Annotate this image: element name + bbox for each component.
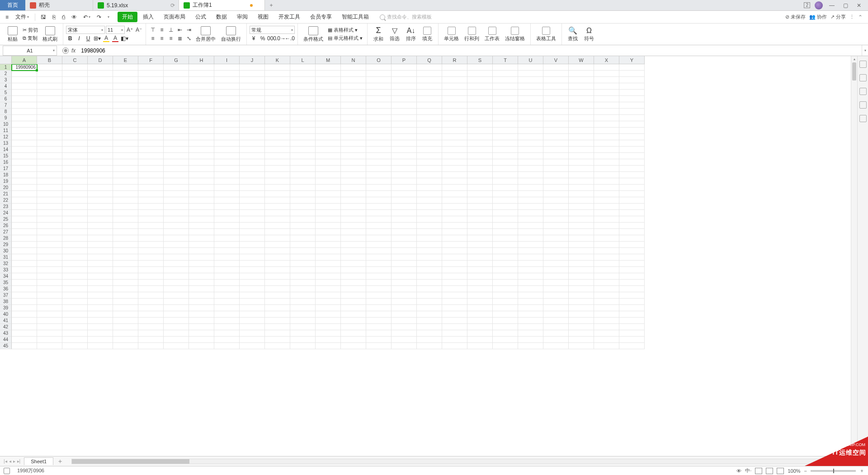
cell[interactable]: [265, 299, 290, 305]
cell[interactable]: [12, 261, 37, 267]
cell[interactable]: [214, 102, 240, 109]
cell[interactable]: [189, 324, 214, 330]
cell[interactable]: [113, 64, 138, 71]
cell[interactable]: [62, 185, 88, 191]
cell[interactable]: [442, 292, 467, 299]
cell[interactable]: [316, 311, 341, 318]
cell[interactable]: [366, 318, 392, 324]
save-as-icon[interactable]: ⎘: [50, 13, 58, 22]
cell[interactable]: [12, 273, 37, 280]
row-header[interactable]: 14: [0, 147, 12, 153]
cell[interactable]: [214, 235, 240, 242]
cell[interactable]: [138, 102, 164, 109]
cell[interactable]: [12, 330, 37, 337]
status-mode-icon[interactable]: [4, 468, 10, 474]
cell[interactable]: [518, 185, 543, 191]
cell[interactable]: [594, 229, 619, 235]
cell[interactable]: [240, 121, 265, 128]
collab-button[interactable]: 👥 协作: [809, 14, 827, 20]
cell[interactable]: [594, 128, 619, 134]
cell[interactable]: [467, 140, 493, 147]
cell[interactable]: [442, 83, 467, 90]
table-tools-button[interactable]: 表格工具: [533, 26, 559, 43]
cell[interactable]: [341, 305, 366, 311]
cell[interactable]: [265, 115, 290, 121]
cell[interactable]: [392, 210, 417, 216]
cell[interactable]: [88, 273, 113, 280]
cell[interactable]: [467, 197, 493, 204]
cell[interactable]: [619, 324, 645, 330]
cell[interactable]: [138, 299, 164, 305]
cell[interactable]: [493, 330, 518, 337]
sheet-add-button[interactable]: ＋: [53, 457, 67, 466]
cell[interactable]: [214, 121, 240, 128]
cell[interactable]: [543, 77, 569, 83]
cell[interactable]: [392, 191, 417, 197]
cell[interactable]: [518, 134, 543, 140]
cell[interactable]: [442, 305, 467, 311]
cell[interactable]: [442, 153, 467, 159]
cell[interactable]: [594, 343, 619, 349]
row-header[interactable]: 39: [0, 305, 12, 311]
cell[interactable]: [518, 153, 543, 159]
cell[interactable]: [138, 83, 164, 90]
cell[interactable]: [37, 280, 62, 286]
cell[interactable]: [290, 280, 316, 286]
cell[interactable]: [12, 248, 37, 254]
cell[interactable]: [316, 292, 341, 299]
cell[interactable]: [290, 223, 316, 229]
cell[interactable]: [467, 90, 493, 96]
cell[interactable]: [88, 90, 113, 96]
cell[interactable]: [569, 311, 594, 318]
cell[interactable]: [543, 254, 569, 261]
cell[interactable]: [113, 261, 138, 267]
cell[interactable]: [12, 77, 37, 83]
row-header[interactable]: 28: [0, 235, 12, 242]
cell[interactable]: [594, 216, 619, 223]
cell[interactable]: [316, 318, 341, 324]
row-header[interactable]: 45: [0, 343, 12, 349]
cell[interactable]: [518, 77, 543, 83]
cell[interactable]: [442, 115, 467, 121]
cell[interactable]: [290, 71, 316, 77]
cell[interactable]: [366, 90, 392, 96]
cell[interactable]: [12, 299, 37, 305]
cell[interactable]: [37, 311, 62, 318]
cell[interactable]: [341, 286, 366, 292]
cell[interactable]: [366, 337, 392, 343]
cell[interactable]: [316, 96, 341, 102]
cell[interactable]: [316, 280, 341, 286]
cell[interactable]: [138, 280, 164, 286]
cell[interactable]: [113, 229, 138, 235]
cell[interactable]: [138, 159, 164, 166]
cell[interactable]: [467, 71, 493, 77]
cell[interactable]: [62, 166, 88, 172]
cell[interactable]: [543, 172, 569, 178]
cell[interactable]: [569, 140, 594, 147]
cell[interactable]: [341, 115, 366, 121]
cell[interactable]: [594, 147, 619, 153]
cell[interactable]: [467, 166, 493, 172]
cell[interactable]: [62, 102, 88, 109]
cell[interactable]: [62, 235, 88, 242]
cell[interactable]: [392, 102, 417, 109]
cell[interactable]: [493, 305, 518, 311]
cell[interactable]: [240, 305, 265, 311]
cell[interactable]: [37, 159, 62, 166]
cell[interactable]: [594, 204, 619, 210]
cell[interactable]: [12, 197, 37, 204]
scroll-up-icon[interactable]: ▴: [851, 56, 857, 62]
cell[interactable]: [189, 147, 214, 153]
cell[interactable]: [113, 191, 138, 197]
cell[interactable]: [316, 83, 341, 90]
cell[interactable]: [467, 216, 493, 223]
cell[interactable]: [138, 292, 164, 299]
cell[interactable]: [467, 210, 493, 216]
cell[interactable]: [442, 267, 467, 273]
cell[interactable]: [493, 178, 518, 185]
cell[interactable]: [164, 330, 189, 337]
cell[interactable]: [290, 102, 316, 109]
cell[interactable]: [12, 337, 37, 343]
cell[interactable]: [214, 267, 240, 273]
cell[interactable]: [164, 235, 189, 242]
